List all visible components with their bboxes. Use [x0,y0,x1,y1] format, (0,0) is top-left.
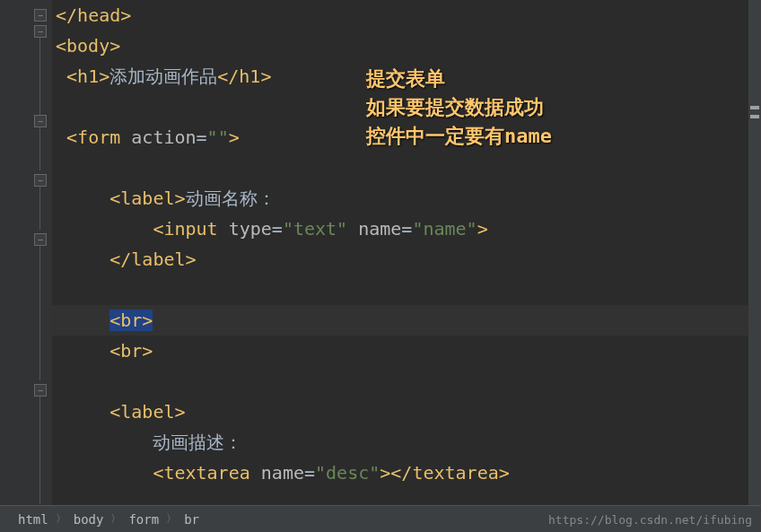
breadcrumb-item[interactable]: html [11,512,56,527]
chevron-right-icon: 〉 [166,511,177,527]
code-line [52,153,761,183]
fold-marker[interactable]: − [34,25,47,38]
fold-marker[interactable]: − [34,384,47,397]
fold-marker[interactable]: − [34,9,47,22]
code-line: <body> [52,31,761,61]
breadcrumb-item[interactable]: br [177,512,206,527]
code-line-highlighted: <br> [52,305,761,336]
code-editor[interactable]: − − − − − − </head> <body> <h1>添加动画作品</h… [0,0,761,505]
chevron-right-icon: 〉 [56,511,66,527]
code-line: <textarea name="desc"></textarea> [52,458,761,488]
code-line: </head> [52,0,761,31]
code-line: <input type="text" name="name"> [52,214,761,244]
code-line: <label>动画名称： [52,183,761,214]
breadcrumb-item[interactable]: body [66,512,111,527]
gutter: − − − − − − [0,0,52,505]
breadcrumb: html 〉 body 〉 form 〉 br https://blog.csd… [0,505,761,532]
code-line [52,366,761,397]
code-line: <label> [52,397,761,427]
fold-marker[interactable]: − [34,174,47,187]
fold-marker[interactable]: − [34,233,47,246]
scrollbar[interactable] [748,0,761,505]
code-line [52,275,761,305]
code-line: 动画描述： [52,427,761,458]
code-line: </label> [52,244,761,275]
fold-marker[interactable]: − [34,115,47,127]
code-area[interactable]: </head> <body> <h1>添加动画作品</h1> <form act… [52,0,761,505]
chevron-right-icon: 〉 [110,511,121,527]
code-line: <br> [52,336,761,366]
watermark: https://blog.csdn.net/ifubing [548,513,752,527]
breadcrumb-item[interactable]: form [121,512,166,527]
annotation-overlay: 提交表单 如果要提交数据成功 控件中一定要有name [366,65,552,151]
